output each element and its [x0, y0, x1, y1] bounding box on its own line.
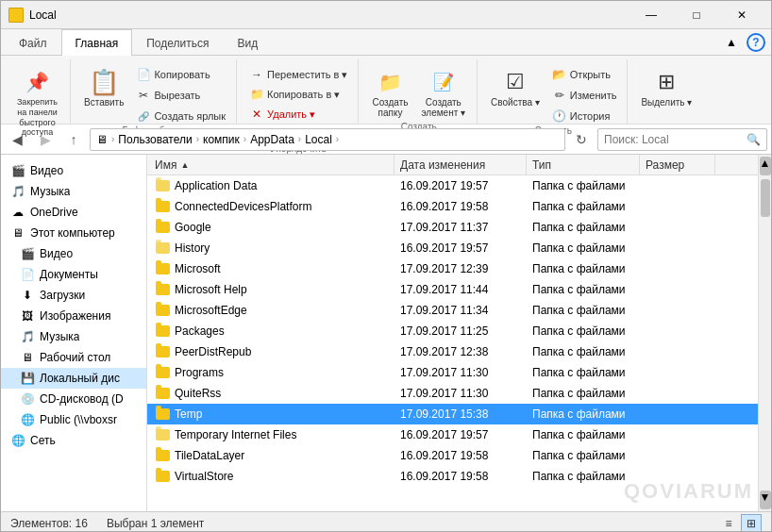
- table-row[interactable]: Temporary Internet Files 16.09.2017 19:5…: [147, 424, 758, 445]
- path-chevron-0: ›: [111, 134, 114, 144]
- table-row[interactable]: TileDataLayer 16.09.2017 19:58 Папка с ф…: [147, 445, 758, 466]
- file-size: [640, 445, 715, 466]
- table-row[interactable]: PeerDistRepub 17.09.2017 12:38 Папка с ф…: [147, 341, 758, 362]
- sidebar-item-video[interactable]: 🎬 Видео: [1, 243, 146, 264]
- col-header-name[interactable]: Имя ▲: [149, 155, 394, 175]
- file-size: [640, 404, 715, 424]
- edit-button[interactable]: ✏ Изменить: [547, 86, 622, 105]
- minimize-button[interactable]: —: [629, 1, 673, 29]
- file-date: 17.09.2017 11:25: [394, 321, 527, 341]
- table-row[interactable]: Application Data 16.09.2017 19:57 Папка …: [147, 175, 758, 196]
- file-size: [640, 341, 715, 362]
- path-segment-appdata[interactable]: AppData: [250, 133, 294, 146]
- tab-view[interactable]: Вид: [223, 29, 272, 56]
- sidebar-item-cd[interactable]: 💿 CD-дисковод (D: [1, 389, 146, 409]
- move-label: Переместить в ▾: [267, 69, 347, 81]
- sidebar-item-downloads[interactable]: ⬇ Загрузки: [1, 285, 146, 306]
- path-segment-local[interactable]: Local: [305, 133, 332, 146]
- copy-to-button[interactable]: 📁 Копировать в ▾: [244, 85, 352, 104]
- table-row[interactable]: VirtualStore 16.09.2017 19:58 Папка с фа…: [147, 466, 758, 487]
- list-view-button[interactable]: ⊞: [741, 514, 762, 533]
- cut-button[interactable]: ✂ Вырезать: [131, 86, 230, 105]
- scrollbar-down[interactable]: ▼: [760, 490, 771, 509]
- table-row[interactable]: Packages 17.09.2017 11:25 Папка с файлам…: [147, 321, 758, 341]
- table-row[interactable]: History 16.09.2017 19:57 Папка с файлами: [147, 238, 758, 258]
- paste-button[interactable]: 📋 Вставить: [78, 63, 129, 111]
- folder-icon: [8, 8, 24, 23]
- tab-share[interactable]: Поделиться: [132, 29, 223, 56]
- table-row[interactable]: MicrosoftEdge 17.09.2017 11:34 Папка с ф…: [147, 300, 758, 321]
- scrollbar-up[interactable]: ▲: [760, 157, 771, 175]
- refresh-button[interactable]: ↻: [569, 127, 594, 152]
- col-header-date[interactable]: Дата изменения: [394, 155, 527, 175]
- special-folder-icon: [156, 180, 170, 191]
- sidebar-item-docs[interactable]: 📄 Документы: [1, 264, 146, 285]
- new-item-button[interactable]: 📝 Создатьэлемент ▾: [415, 63, 471, 122]
- search-input[interactable]: [604, 133, 747, 146]
- file-name-cell: MicrosoftEdge: [149, 300, 394, 321]
- music-icon: 🎵: [10, 184, 25, 199]
- forward-button[interactable]: ▶: [33, 127, 58, 152]
- col-header-type[interactable]: Тип: [527, 155, 640, 175]
- new-folder-button[interactable]: 📁 Создатьпапку: [366, 63, 413, 122]
- file-size: [640, 300, 715, 321]
- delete-button[interactable]: ✕ Удалить ▾: [244, 105, 352, 124]
- table-row[interactable]: Temp 17.09.2017 15:38 Папка с файлами: [147, 404, 758, 424]
- table-row[interactable]: Google 17.09.2017 11:37 Папка с файлами: [147, 217, 758, 238]
- file-name-cell: History: [149, 238, 394, 258]
- sidebar-label: CD-дисковод (D: [40, 392, 124, 406]
- file-name-cell: Microsoft Help: [149, 279, 394, 300]
- sidebar-item-public[interactable]: 🌐 Public (\\vboxsr: [1, 409, 146, 430]
- details-view-button[interactable]: ≡: [718, 514, 739, 533]
- select-all-button[interactable]: ⊞ Выделить ▾: [635, 63, 697, 111]
- maximize-button[interactable]: □: [675, 1, 718, 29]
- back-button[interactable]: ◀: [5, 127, 29, 152]
- sidebar-item-music-quick[interactable]: 🎵 Музыка: [1, 181, 146, 202]
- path-segment-user[interactable]: компик: [203, 133, 240, 146]
- file-type: Папка с файлами: [527, 341, 640, 362]
- sidebar-item-localdisk[interactable]: 💾 Локальный дис: [1, 368, 146, 389]
- copy-button[interactable]: 📄 Копировать: [131, 65, 230, 84]
- close-button[interactable]: ✕: [720, 1, 764, 29]
- tab-home[interactable]: Главная: [61, 29, 133, 56]
- sidebar-item-computer[interactable]: 🖥 Этот компьютер: [1, 223, 146, 243]
- ribbon-collapse-icon[interactable]: ▲: [720, 33, 743, 52]
- network2-icon: 🌐: [10, 433, 25, 448]
- col-header-size[interactable]: Размер: [640, 155, 715, 175]
- path-segment-users[interactable]: Пользователи: [118, 133, 192, 146]
- search-icon: 🔍: [747, 133, 761, 146]
- scrollbar-thumb[interactable]: [761, 179, 770, 217]
- tab-file[interactable]: Файл: [5, 29, 61, 56]
- path-chevron-2: ›: [243, 134, 246, 144]
- search-box[interactable]: 🔍: [597, 128, 767, 151]
- table-row[interactable]: QuiteRss 17.09.2017 11:30 Папка с файлам…: [147, 383, 758, 404]
- table-row[interactable]: Microsoft 17.09.2017 12:39 Папка с файла…: [147, 258, 758, 279]
- open-button[interactable]: 📂 Открыть: [547, 65, 622, 84]
- delete-label: Удалить ▾: [267, 108, 315, 121]
- sidebar-item-desktop[interactable]: 🖥 Рабочий стол: [1, 347, 146, 368]
- file-type-icon: [155, 303, 170, 318]
- folder-icon: [156, 471, 170, 482]
- properties-button[interactable]: ☑ Свойства ▾: [485, 63, 545, 111]
- table-row[interactable]: Programs 17.09.2017 11:30 Папка с файлам…: [147, 362, 758, 383]
- help-icon[interactable]: ?: [747, 33, 765, 52]
- clipboard-buttons: 📋 Вставить 📄 Копировать ✂ Вырезать 🔗 Соз…: [78, 61, 230, 125]
- file-name: Microsoft: [175, 262, 221, 275]
- table-row[interactable]: ConnectedDevicesPlatform 16.09.2017 19:5…: [147, 196, 758, 217]
- table-row[interactable]: Microsoft Help 17.09.2017 11:44 Папка с …: [147, 279, 758, 300]
- sidebar-item-video-quick[interactable]: 🎬 Видео: [1, 160, 146, 181]
- status-bar: Элементов: 16 Выбран 1 элемент ≡ ⊞: [1, 511, 771, 532]
- scrollbar[interactable]: ▲ ▼: [758, 155, 771, 511]
- sidebar-item-music[interactable]: 🎵 Музыка: [1, 326, 146, 347]
- file-date: 16.09.2017 19:57: [394, 175, 527, 196]
- paste-label: Вставить: [84, 97, 124, 108]
- move-button[interactable]: → Переместить в ▾: [244, 65, 352, 84]
- sidebar-item-onedrive[interactable]: ☁ OneDrive: [1, 202, 146, 223]
- history-btn[interactable]: 🕐 История: [547, 107, 622, 125]
- up-button[interactable]: ↑: [61, 127, 86, 152]
- address-path[interactable]: 🖥 › Пользователи › компик › AppData › Lo…: [90, 128, 565, 151]
- sidebar-item-images[interactable]: 🖼 Изображения: [1, 306, 146, 326]
- shortcut-button[interactable]: 🔗 Создать ярлык: [131, 107, 230, 125]
- sidebar-item-network[interactable]: 🌐 Сеть: [1, 430, 146, 451]
- create-buttons: 📁 Создатьпапку 📝 Создатьэлемент ▾: [366, 61, 471, 122]
